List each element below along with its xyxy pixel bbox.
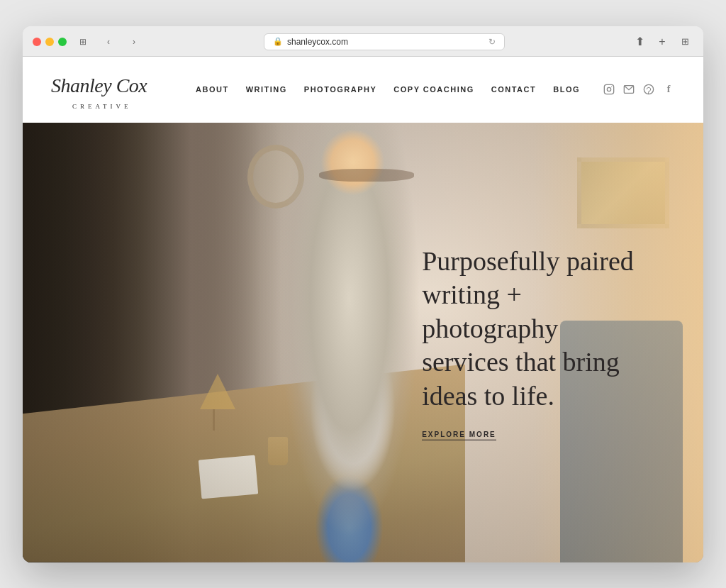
nav-about[interactable]: ABOUT <box>196 85 229 94</box>
main-nav: ABOUT WRITING PHOTOGRAPHY COPY COACHING … <box>196 83 675 96</box>
email-icon[interactable] <box>622 83 635 96</box>
address-bar[interactable]: 🔒 shanleycox.com ↻ <box>264 33 505 50</box>
logo-svg: Shanley Cox <box>51 70 164 98</box>
url-text: shanleycox.com <box>287 37 348 47</box>
traffic-lights <box>33 38 67 46</box>
hero-headline: Purposefully paired writing + photograph… <box>422 244 649 413</box>
nav-contact[interactable]: CONTACT <box>491 85 536 94</box>
share-button[interactable]: ⬆ <box>631 33 648 50</box>
close-button[interactable] <box>33 38 41 46</box>
logo-script-text: Shanley Cox <box>51 70 164 101</box>
minimize-button[interactable] <box>45 38 54 46</box>
chrome-right-controls: ⬆ + ⊞ <box>631 33 693 50</box>
tab-overview-button[interactable]: ⊞ <box>676 33 693 50</box>
site-logo[interactable]: Shanley Cox CREATIVE <box>51 70 164 110</box>
instagram-icon[interactable] <box>603 83 615 96</box>
logo-subtitle: CREATIVE <box>72 103 132 110</box>
browser-chrome: ⊞ ‹ › 🔒 shanleycox.com ↻ ⬆ + ⊞ <box>23 26 703 57</box>
svg-point-2 <box>607 87 610 91</box>
social-links: f <box>603 83 675 96</box>
svg-point-3 <box>611 87 612 87</box>
nav-blog[interactable]: BLOG <box>553 85 580 94</box>
website-content: Shanley Cox CREATIVE ABOUT WRITING PHOTO… <box>23 57 703 562</box>
back-button[interactable]: ‹ <box>99 35 118 49</box>
sidebar-toggle-button[interactable]: ⊞ <box>74 35 92 49</box>
hero-section: Purposefully paired writing + photograph… <box>23 123 703 562</box>
facebook-icon[interactable]: f <box>662 83 675 96</box>
hero-content: Purposefully paired writing + photograph… <box>422 244 649 440</box>
security-icon: 🔒 <box>273 37 283 46</box>
refresh-icon[interactable]: ↻ <box>488 37 496 47</box>
svg-text:Shanley Cox: Shanley Cox <box>51 74 147 96</box>
nav-photography[interactable]: PHOTOGRAPHY <box>304 85 376 94</box>
explore-more-link[interactable]: EXPLORE MORE <box>422 431 496 440</box>
new-tab-button[interactable]: + <box>654 33 671 50</box>
browser-window: ⊞ ‹ › 🔒 shanleycox.com ↻ ⬆ + ⊞ <box>23 26 703 562</box>
nav-writing[interactable]: WRITING <box>246 85 287 94</box>
forward-button[interactable]: › <box>125 35 143 49</box>
address-bar-area: 🔒 shanleycox.com ↻ <box>150 33 618 50</box>
nav-copy-coaching[interactable]: COPY COACHING <box>393 85 474 94</box>
svg-rect-1 <box>604 84 613 94</box>
maximize-button[interactable] <box>58 38 67 46</box>
pinterest-icon[interactable] <box>642 83 655 96</box>
site-header: Shanley Cox CREATIVE ABOUT WRITING PHOTO… <box>23 57 703 123</box>
svg-line-6 <box>648 91 649 94</box>
